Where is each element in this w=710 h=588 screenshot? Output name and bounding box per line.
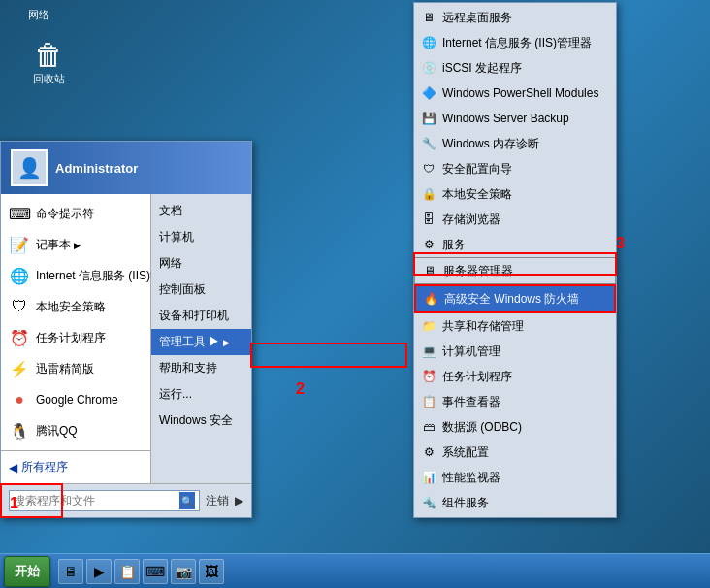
submenu-iis[interactable]: 🌐 Internet 信息服务 (IIS)管理器 (414, 30, 616, 55)
taskbar-icon-2[interactable]: ▶ (86, 559, 112, 584)
submenu-system-config[interactable]: ⚙ 系统配置 (414, 440, 616, 465)
menu-item-network[interactable]: 网络 (151, 250, 251, 277)
start-label: 开始 (15, 563, 40, 580)
network-label: 网络 (10, 8, 68, 22)
thunder-icon: ⚡ (9, 358, 30, 379)
task-sched-label: 任务计划程序 (442, 369, 512, 385)
menu-item-thunder[interactable]: ⚡ 迅雷精简版 (1, 353, 150, 384)
run-label: 运行... (159, 386, 192, 403)
memory-diag-icon: 🔧 (420, 135, 437, 152)
number-3: 3 (616, 235, 625, 252)
taskbar-icon-3[interactable]: 📋 (114, 559, 140, 584)
submenu-server-backup[interactable]: 💾 Windows Server Backup (414, 106, 616, 131)
logout-arrow[interactable]: ▶ (235, 494, 243, 507)
taskbar-icon-1[interactable]: 🖥 (58, 559, 83, 584)
number-2: 2 (296, 380, 305, 398)
submenu-storage-browser[interactable]: 🗄 存储浏览器 (414, 207, 616, 232)
search-box[interactable]: 🔍 (9, 490, 200, 511)
services-icon: ⚙ (420, 236, 437, 253)
iis-icon: 🌐 (9, 265, 30, 286)
search-button[interactable]: 🔍 (179, 492, 195, 509)
taskbar-icon-6[interactable]: 🖼 (199, 559, 224, 584)
share-storage-icon: 📁 (420, 317, 437, 335)
search-input[interactable] (14, 494, 179, 507)
submenu-share-storage[interactable]: 📁 共享和存储管理 (414, 313, 616, 339)
username-label: Administrator (55, 161, 138, 176)
iscsi-icon: 💿 (420, 59, 437, 77)
computer-mgmt-icon: 💻 (420, 343, 437, 360)
taskbar-icon-4[interactable]: ⌨ (143, 559, 168, 584)
notepad-label: 记事本 (36, 237, 81, 253)
perf-icon: 📊 (420, 469, 437, 486)
desktop: 网络 🗑 回收站 👤 Administrator ⌨ 命令提示符 📝 记事本 (0, 0, 710, 553)
powershell-icon: 🔷 (420, 84, 437, 102)
submenu-event-viewer[interactable]: 📋 事件查看器 (414, 389, 616, 414)
windows-security-label: Windows 安全 (159, 412, 233, 429)
menu-item-control-panel[interactable]: 控制面板 (151, 277, 251, 303)
iis-submenu-label: Internet 信息服务 (IIS)管理器 (442, 35, 592, 51)
menu-item-chrome[interactable]: ● Google Chrome (1, 384, 150, 415)
perf-label: 性能监视器 (442, 470, 500, 486)
logout-button[interactable]: 注销 (206, 493, 229, 509)
menu-item-computer[interactable]: 计算机 (151, 224, 251, 250)
task-sched-icon: ⏰ (420, 368, 437, 385)
recycle-bin-label: 回收站 (24, 72, 73, 86)
submenu-services[interactable]: ⚙ 服务 (414, 232, 616, 257)
taskbar: 开始 🖥 ▶ 📋 ⌨ 📷 🖼 (0, 553, 710, 588)
taskbar-icon-5[interactable]: 📷 (171, 559, 196, 584)
task-scheduler-label: 任务计划程序 (36, 330, 106, 346)
submenu-server-manager[interactable]: 🖥 服务器管理器 (414, 257, 616, 284)
submenu-computer-mgmt[interactable]: 💻 计算机管理 (414, 339, 616, 364)
menu-item-run[interactable]: 运行... (151, 381, 251, 408)
remote-desktop-icon: 🖥 (420, 9, 437, 26)
menu-item-help[interactable]: 帮助和支持 (151, 355, 251, 381)
menu-item-admin-tools[interactable]: 管理工具 ▶ (151, 329, 251, 355)
server-manager-icon: 🖥 (421, 262, 438, 279)
firewall-label: 高级安全 Windows 防火墙 (444, 291, 579, 308)
start-menu-left-panel: ⌨ 命令提示符 📝 记事本 🌐 Internet 信息服务 (IIS)管理器 🛡… (1, 194, 151, 483)
computer-mgmt-label: 计算机管理 (442, 343, 500, 360)
submenu-task-scheduler[interactable]: ⏰ 任务计划程序 (414, 364, 616, 389)
submenu-local-policy[interactable]: 🔒 本地安全策略 (414, 181, 616, 207)
powershell-label: Windows PowerShell Modules (442, 86, 598, 100)
all-programs-item[interactable]: ◀ 所有程序 (1, 455, 150, 479)
submenu-firewall[interactable]: 🔥 高级安全 Windows 防火墙 (414, 284, 616, 313)
server-backup-label: Windows Server Backup (442, 112, 569, 125)
menu-item-task-scheduler[interactable]: ⏰ 任务计划程序 (1, 322, 150, 353)
menu-item-local-security[interactable]: 🛡 本地安全策略 (1, 291, 150, 322)
submenu-memory-diag[interactable]: 🔧 Windows 内存诊断 (414, 131, 616, 156)
component-label: 组件服务 (442, 495, 489, 511)
server-manager-label: 服务器管理器 (443, 263, 513, 279)
chrome-label: Google Chrome (36, 393, 118, 407)
highlight-box-2 (250, 343, 407, 368)
documents-label: 文档 (159, 203, 182, 219)
start-menu-bottom: 🔍 注销 ▶ (1, 483, 251, 517)
submenu-remote-desktop[interactable]: 🖥 远程桌面服务 (414, 5, 616, 30)
odbc-label: 数据源 (ODBC) (442, 419, 522, 436)
local-policy-label: 本地安全策略 (442, 186, 512, 203)
start-button[interactable]: 开始 (4, 556, 50, 587)
component-icon: 🔩 (420, 494, 437, 511)
submenu-perf-monitor[interactable]: 📊 性能监视器 (414, 465, 616, 490)
submenu-component-services[interactable]: 🔩 组件服务 (414, 490, 616, 515)
menu-item-qq[interactable]: 🐧 腾讯QQ (1, 415, 150, 446)
submenu-iscsi[interactable]: 💿 iSCSI 发起程序 (414, 55, 616, 81)
menu-item-devices[interactable]: 设备和打印机 (151, 303, 251, 329)
submenu-powershell[interactable]: 🔷 Windows PowerShell Modules (414, 81, 616, 106)
network-desktop-icon: 网络 (10, 8, 68, 22)
submenu-odbc[interactable]: 🗃 数据源 (ODBC) (414, 414, 616, 440)
submenu-security-wizard[interactable]: 🛡 安全配置向导 (414, 156, 616, 181)
admin-tools-label: 管理工具 ▶ (159, 334, 230, 350)
event-viewer-icon: 📋 (420, 393, 437, 410)
menu-item-iis[interactable]: 🌐 Internet 信息服务 (IIS)管理器 (1, 260, 150, 291)
sys-config-icon: ⚙ (420, 443, 437, 461)
number-1: 1 (10, 495, 18, 512)
menu-item-notepad[interactable]: 📝 记事本 (1, 229, 150, 260)
qq-icon: 🐧 (9, 420, 30, 441)
menu-item-windows-security[interactable]: Windows 安全 (151, 408, 251, 434)
sys-config-label: 系统配置 (442, 444, 489, 461)
iis-submenu-icon: 🌐 (420, 34, 437, 51)
menu-item-documents[interactable]: 文档 (151, 198, 251, 224)
odbc-icon: 🗃 (420, 418, 437, 436)
menu-item-cmd[interactable]: ⌨ 命令提示符 (1, 198, 150, 229)
